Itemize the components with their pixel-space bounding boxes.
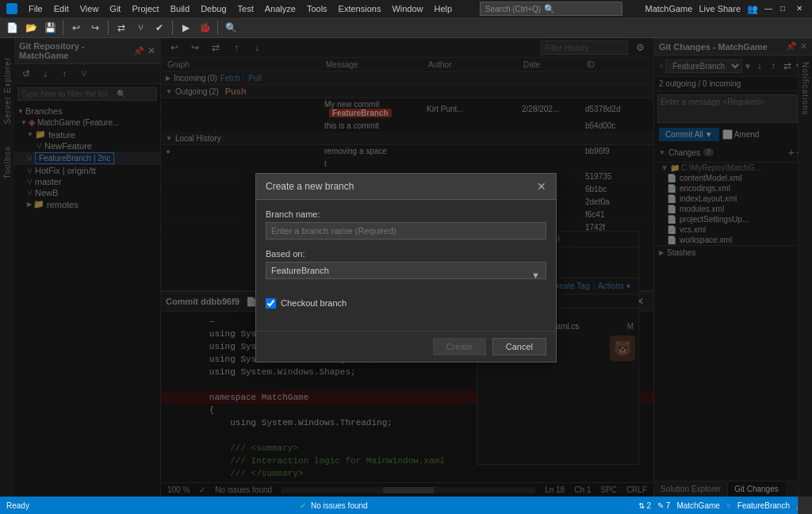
modal-overlay: Create a new branch ✕ Branch name: Based…	[0, 38, 812, 497]
branch-name-input[interactable]	[266, 222, 546, 240]
status-branch-icon: ⑂	[726, 501, 731, 510]
tb-undo-btn[interactable]: ↩	[67, 20, 85, 36]
checkout-checkbox[interactable]	[266, 298, 276, 309]
status-left: Ready	[6, 501, 29, 510]
checkout-label: Checkout branch	[281, 298, 347, 308]
menu-file[interactable]: File	[24, 2, 48, 15]
tb-redo-btn[interactable]: ↪	[86, 20, 104, 36]
modal-close-btn[interactable]: ✕	[537, 180, 546, 193]
branch-name-label: Branch name:	[266, 209, 546, 219]
menu-build[interactable]: Build	[166, 2, 194, 15]
menu-extensions[interactable]: Extensions	[334, 2, 386, 15]
modal-footer: Create Cancel	[256, 331, 556, 362]
status-right: ⇅ 2 ✎ 7 MatchGame ⑂ FeatureBranch 🔔	[638, 501, 806, 510]
tb-sep-1	[63, 21, 63, 35]
based-on-label: Based on:	[266, 249, 546, 259]
tb-commit-btn[interactable]: ✔	[151, 20, 168, 36]
tb-search-btn[interactable]: 🔍	[222, 20, 239, 36]
maximize-btn[interactable]: □	[780, 4, 790, 13]
title-bar: File Edit View Git Project Build Debug T…	[0, 0, 812, 17]
status-ready[interactable]: Ready	[6, 501, 29, 510]
create-branch-dialog: Create a new branch ✕ Branch name: Based…	[255, 173, 557, 362]
modal-title: Create a new branch	[266, 181, 354, 192]
tb-sep-3	[172, 21, 173, 35]
tb-run-btn[interactable]: ▶	[177, 20, 194, 36]
tb-sep-2	[108, 21, 109, 35]
modal-body: Branch name: Based on: FeatureBranch ▼ C…	[256, 200, 556, 331]
menu-test[interactable]: Test	[233, 2, 259, 15]
status-check-icon: ✓	[300, 501, 306, 510]
tb-sep-4	[217, 21, 218, 35]
cancel-button[interactable]: Cancel	[492, 338, 546, 355]
menu-view[interactable]: View	[75, 2, 104, 15]
menu-project[interactable]: Project	[127, 2, 163, 15]
search-icon: 🔍	[544, 4, 555, 14]
menu-tools[interactable]: Tools	[302, 2, 332, 15]
main-toolbar: 📄 📂 💾 ↩ ↪ ⇄ ⑂ ✔ ▶ 🐞 🔍	[0, 17, 812, 38]
menu-bar: File Edit View Git Project Build Debug T…	[24, 2, 457, 15]
modal-header: Create a new branch ✕	[256, 174, 556, 200]
tb-debug-btn[interactable]: 🐞	[196, 20, 213, 36]
live-share-btn[interactable]: Live Share	[699, 4, 741, 13]
status-git-arrows[interactable]: ⇅ 2	[638, 501, 651, 510]
menu-help[interactable]: Help	[430, 2, 458, 15]
status-bar: Ready ✓ No issues found ⇅ 2 ✎ 7 MatchGam…	[0, 497, 812, 514]
minimize-btn[interactable]: —	[764, 4, 774, 13]
search-placeholder: Search (Ctrl+Q)	[485, 5, 541, 13]
menu-git[interactable]: Git	[105, 2, 125, 15]
status-branch-name[interactable]: FeatureBranch	[737, 501, 790, 510]
menu-window[interactable]: Window	[387, 2, 427, 15]
main-layout: Server Explorer Toolbox Git Repository -…	[0, 38, 812, 497]
title-bar-right: MatchGame Live Share 👥 — □ ✕	[645, 4, 806, 14]
tb-git-btn[interactable]: ⇄	[113, 20, 130, 36]
status-center: ✓ No issues found	[36, 501, 632, 510]
based-on-wrapper: FeatureBranch ▼	[266, 262, 546, 289]
title-search-box[interactable]: Search (Ctrl+Q) 🔍	[480, 2, 622, 16]
status-repo-name[interactable]: MatchGame	[676, 501, 719, 510]
create-button[interactable]: Create	[433, 338, 486, 355]
tb-open-btn[interactable]: 📂	[22, 20, 40, 36]
checkout-branch-row: Checkout branch	[266, 298, 546, 309]
tb-new-btn[interactable]: 📄	[3, 20, 21, 36]
status-no-issues: No issues found	[311, 501, 368, 510]
vs-icon	[6, 3, 17, 14]
tb-branch-btn[interactable]: ⑂	[132, 20, 149, 36]
title-bar-left: File Edit View Git Project Build Debug T…	[6, 2, 457, 15]
tb-save-btn[interactable]: 💾	[41, 20, 59, 36]
collab-icon: 👥	[747, 4, 758, 14]
menu-debug[interactable]: Debug	[196, 2, 231, 15]
app-name-display: MatchGame	[645, 4, 692, 13]
status-changes-count[interactable]: ✎ 7	[657, 501, 670, 510]
menu-edit[interactable]: Edit	[49, 2, 74, 15]
close-btn[interactable]: ✕	[796, 4, 806, 13]
based-on-select[interactable]: FeatureBranch	[266, 262, 546, 279]
menu-analyze[interactable]: Analyze	[260, 2, 301, 15]
